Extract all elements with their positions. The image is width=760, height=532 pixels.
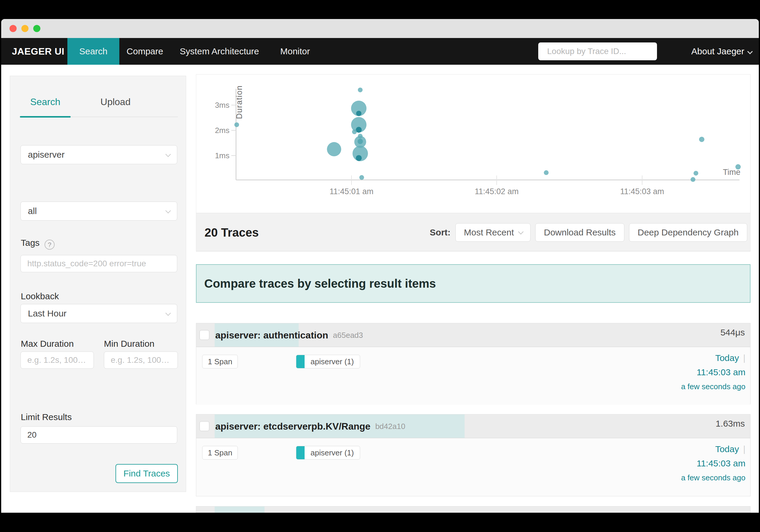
- nav-tab-search[interactable]: Search: [68, 38, 119, 65]
- tags-label: Tags ?: [21, 238, 55, 250]
- lookback-label: Lookback: [21, 291, 59, 301]
- y-tick-2ms: 2ms: [215, 126, 229, 135]
- scatter-point[interactable]: [699, 137, 704, 142]
- service-tag[interactable]: apiserver (1): [296, 446, 360, 459]
- scatter-point[interactable]: [358, 88, 362, 92]
- service-select[interactable]: apiserver: [21, 145, 177, 164]
- chevron-down-icon: [747, 49, 753, 54]
- trace-id-search-box: [538, 42, 657, 60]
- service-tag[interactable]: apiserver (1): [296, 355, 360, 368]
- trace-count-title: 20 Traces: [205, 213, 259, 252]
- active-tab-indicator: [20, 116, 71, 118]
- trace-card-header: apiserver: authentication a65ead3 544μs: [196, 323, 750, 347]
- scatter-point[interactable]: [356, 111, 361, 116]
- trace-title[interactable]: apiserver: etcdserverpb.KV/Range: [215, 421, 370, 432]
- trace-relative-time: a few seconds ago: [681, 473, 745, 482]
- sort-label: Sort:: [430, 227, 451, 237]
- scatter-point[interactable]: [234, 122, 239, 127]
- scatter-canvas: 1ms 2ms 3ms Duration 11:45:01 am 11:45:0…: [196, 74, 750, 213]
- close-window-icon[interactable]: [10, 25, 17, 32]
- search-sidebar: Search Upload Service (4) apiserver Oper…: [10, 76, 186, 492]
- trace-scatter-plot: 1ms 2ms 3ms Duration 11:45:01 am 11:45:0…: [196, 74, 750, 213]
- y-tick-1ms: 1ms: [215, 151, 229, 160]
- trace-duration: 544μs: [721, 327, 745, 338]
- max-duration-input[interactable]: [21, 352, 94, 369]
- results-controls: Sort: Most Recent Download Results Deep …: [430, 223, 747, 242]
- trace-select-checkbox[interactable]: [200, 330, 209, 340]
- min-duration-input[interactable]: [104, 352, 178, 369]
- scatter-point[interactable]: [690, 177, 695, 182]
- sort-select[interactable]: Most Recent: [455, 223, 531, 242]
- trace-id-search-input[interactable]: [546, 46, 655, 56]
- scatter-point[interactable]: [736, 164, 741, 169]
- trace-relative-time: a few seconds ago: [681, 382, 745, 391]
- deep-dependency-graph-button[interactable]: Deep Dependency Graph: [629, 223, 747, 242]
- screen-bottom-letterbox: [0, 513, 760, 532]
- trace-duration: 1.63ms: [716, 418, 745, 429]
- trace-date-link[interactable]: Today|: [681, 444, 745, 454]
- trace-timestamp[interactable]: 11:45:03 am: [681, 367, 745, 377]
- app-logo[interactable]: JAEGER UI: [12, 38, 65, 65]
- service-color-block: [296, 355, 305, 368]
- trace-result-card[interactable]: apiserver: etcdserverpb.KV/Range bd42a10…: [196, 414, 750, 496]
- nav-tab-compare[interactable]: Compare: [119, 38, 170, 65]
- trace-card-header: [196, 507, 750, 513]
- trace-card-body: 1 Span apiserver (1) Today| 11:45:03 am …: [196, 438, 750, 496]
- service-tag-label: apiserver (1): [305, 355, 360, 368]
- screen: JAEGER UI Search Compare System Architec…: [0, 0, 760, 532]
- lookback-select-value: Last Hour: [28, 309, 67, 318]
- service-tag-label: apiserver (1): [305, 446, 360, 459]
- chevron-down-icon: [166, 208, 171, 213]
- find-traces-button[interactable]: Find Traces: [116, 464, 178, 483]
- operation-select-value: all: [28, 206, 37, 216]
- nav-tab-system-architecture[interactable]: System Architecture: [170, 38, 268, 65]
- operation-select[interactable]: all: [21, 202, 177, 220]
- duration-highlight-bar: [214, 507, 264, 513]
- trace-timestamp[interactable]: 11:45:03 am: [681, 459, 745, 468]
- tab-divider: [20, 117, 178, 117]
- scatter-point[interactable]: [359, 175, 364, 180]
- max-duration-label: Max Duration: [21, 339, 73, 349]
- chevron-down-icon: [166, 310, 171, 315]
- scatter-point[interactable]: [693, 171, 698, 175]
- span-count-badge[interactable]: 1 Span: [202, 446, 238, 459]
- about-jaeger-menu[interactable]: About Jaeger: [680, 38, 751, 65]
- help-icon[interactable]: ?: [45, 240, 55, 250]
- scatter-point[interactable]: [327, 142, 341, 157]
- trace-date-link[interactable]: Today|: [681, 353, 745, 363]
- scatter-point[interactable]: [356, 155, 362, 161]
- trace-select-checkbox[interactable]: [200, 421, 209, 431]
- tags-input[interactable]: [21, 255, 177, 272]
- nav-tab-monitor[interactable]: Monitor: [268, 38, 322, 65]
- scatter-point[interactable]: [352, 129, 357, 134]
- service-color-block: [296, 446, 305, 459]
- trace-result-card[interactable]: [196, 506, 750, 513]
- trace-card-body: 1 Span apiserver (1) Today| 11:45:03 am …: [196, 347, 750, 405]
- minimize-window-icon[interactable]: [22, 25, 28, 32]
- x-tick-3: 11:45:03 am: [620, 187, 664, 196]
- x-tick-1: 11:45:01 am: [330, 187, 373, 196]
- x-tick-2: 11:45:02 am: [475, 187, 519, 196]
- app-window: JAEGER UI Search Compare System Architec…: [1, 19, 759, 513]
- trace-title[interactable]: apiserver: authentication: [215, 330, 328, 341]
- download-results-button[interactable]: Download Results: [535, 223, 624, 242]
- chevron-down-icon: [166, 151, 171, 157]
- about-jaeger-label: About Jaeger: [691, 46, 744, 56]
- limit-results-label: Limit Results: [21, 412, 72, 422]
- lookback-select[interactable]: Last Hour: [21, 304, 177, 323]
- zoom-window-icon[interactable]: [33, 25, 40, 32]
- sort-select-value: Most Recent: [464, 227, 514, 237]
- results-header-bar: 20 Traces Sort: Most Recent Download Res…: [196, 213, 750, 252]
- limit-results-input[interactable]: [21, 426, 177, 444]
- sidebar-tab-search[interactable]: Search: [20, 95, 71, 109]
- trace-card-header: apiserver: etcdserverpb.KV/Range bd42a10…: [196, 414, 750, 438]
- scatter-point[interactable]: [544, 170, 548, 175]
- min-duration-label: Min Duration: [104, 339, 154, 349]
- sidebar-tab-upload[interactable]: Upload: [87, 95, 144, 109]
- trace-id: a65ead3: [333, 331, 363, 340]
- window-titlebar: [1, 19, 759, 38]
- trace-id: bd42a10: [375, 422, 405, 431]
- trace-result-card[interactable]: apiserver: authentication a65ead3 544μs …: [196, 323, 750, 404]
- span-count-badge[interactable]: 1 Span: [202, 355, 238, 368]
- top-nav: JAEGER UI Search Compare System Architec…: [1, 38, 759, 65]
